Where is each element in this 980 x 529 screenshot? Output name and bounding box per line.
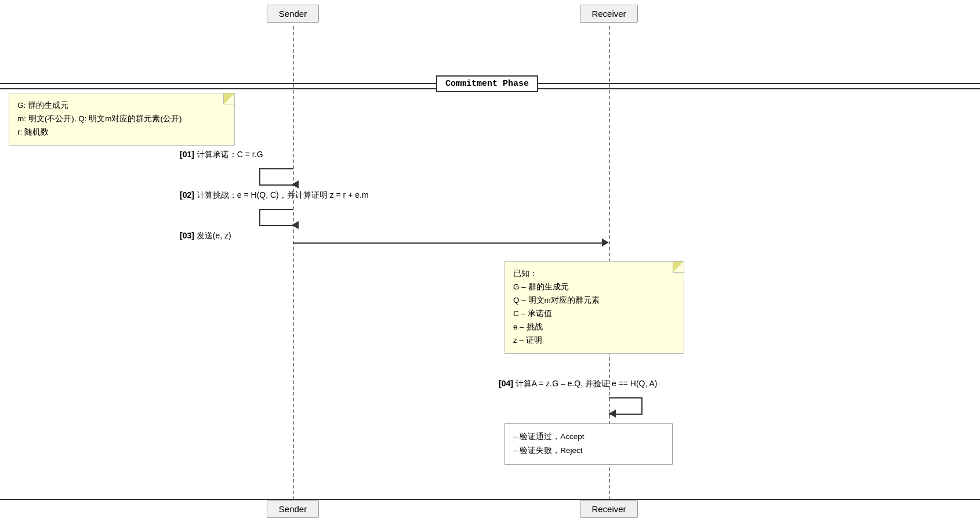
step02-label: [02] 计算挑战：e = H(Q, C)，并计算证明 z = r + e.m <box>180 190 369 201</box>
receiver-note-line2: Q – 明文m对应的群元素 <box>513 294 676 307</box>
lifeline-sender <box>293 26 294 500</box>
receiver-note-line0: 已知： <box>513 267 676 281</box>
step04-arrowhead <box>609 410 616 418</box>
actor-receiver-top: Receiver <box>580 5 638 23</box>
step01-loop-right <box>259 168 260 186</box>
step02-loop-bottom <box>259 225 293 226</box>
actor-sender-top: Sender <box>267 5 319 23</box>
step01-loop-top <box>259 168 293 169</box>
receiver-note-line4: e – 挑战 <box>513 321 676 334</box>
step03-arrowhead <box>602 238 609 247</box>
result-accept: – 验证通过，Accept <box>513 430 664 444</box>
step04-loop-top <box>609 397 643 398</box>
result-reject: – 验证失败，Reject <box>513 444 664 458</box>
diagram-container: Commitment Phase Sender Receiver Sender … <box>0 0 980 529</box>
separator-bottom <box>0 499 980 500</box>
actor-sender-bottom: Sender <box>267 500 319 518</box>
sender-note-line3: r: 随机数 <box>17 126 226 139</box>
step02-arrowhead <box>292 221 299 229</box>
sender-note: G: 群的生成元 m: 明文(不公开), Q: 明文m对应的群元素(公开) r:… <box>9 93 235 146</box>
step02-loop-right <box>259 209 260 226</box>
receiver-note: 已知： G – 群的生成元 Q – 明文m对应的群元素 C – 承诺值 e – … <box>504 261 684 354</box>
step03-arrow-line <box>293 242 602 244</box>
receiver-note-line5: z – 证明 <box>513 334 676 347</box>
result-box: – 验证通过，Accept – 验证失败，Reject <box>504 423 673 465</box>
step01-arrowhead <box>292 180 299 189</box>
phase-label: Commitment Phase <box>436 75 538 92</box>
sender-note-line1: G: 群的生成元 <box>17 99 226 113</box>
receiver-note-line1: G – 群的生成元 <box>513 281 676 294</box>
step01-loop-bottom <box>259 184 293 186</box>
step01-label: [01] 计算承诺：C = r.G <box>180 150 263 160</box>
receiver-note-line3: C – 承诺值 <box>513 307 676 321</box>
actor-receiver-bottom: Receiver <box>580 500 638 518</box>
step04-loop-right <box>641 397 643 415</box>
step02-loop-top <box>259 209 293 210</box>
step03-label: [03] 发送(e, z) <box>180 231 231 241</box>
sender-note-line2: m: 明文(不公开), Q: 明文m对应的群元素(公开) <box>17 113 226 126</box>
step04-label: [04] 计算A = z.G – e.Q, 并验证 e == H(Q, A) <box>499 379 657 389</box>
